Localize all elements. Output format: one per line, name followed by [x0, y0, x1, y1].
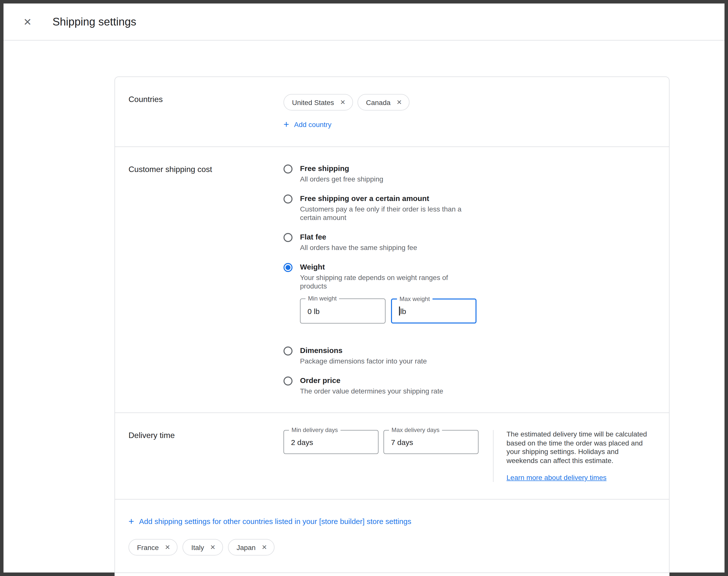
- option-description: Your shipping rate depends on weight ran…: [300, 273, 472, 290]
- min-delivery-days-field[interactable]: Min delivery days 2 days: [284, 430, 379, 454]
- max-weight-label: Max weight: [397, 295, 432, 303]
- max-delivery-days-value: 7 days: [391, 438, 413, 446]
- add-country-button[interactable]: + Add country: [284, 119, 331, 129]
- option-description: The order value determines your shipping…: [300, 387, 443, 396]
- option-description: All orders get free shipping: [300, 175, 383, 183]
- other-countries-section: + Add shipping settings for other countr…: [115, 499, 669, 573]
- max-weight-field[interactable]: Max weight lb: [391, 298, 476, 323]
- chip-label: Canada: [366, 98, 390, 106]
- remove-chip-icon[interactable]: ✕: [165, 544, 170, 550]
- dialog-frame: ✕ Shipping settings Countries United Sta…: [0, 0, 728, 576]
- add-other-countries-label: Add shipping settings for other countrie…: [139, 517, 411, 525]
- footer-actions: Save Back: [115, 573, 669, 576]
- radio-button[interactable]: [284, 233, 292, 242]
- radio-button[interactable]: [284, 195, 292, 203]
- add-country-label: Add country: [294, 120, 331, 128]
- chip-canada[interactable]: Canada ✕: [357, 94, 409, 111]
- option-title: Free shipping over a certain amount: [300, 194, 472, 202]
- other-countries-chips: France ✕ Italy ✕ Japan ✕: [128, 539, 656, 555]
- shipping-cost-section: Customer shipping cost Free shipping All…: [115, 146, 669, 412]
- max-delivery-days-label: Max delivery days: [389, 427, 442, 433]
- countries-label: Countries: [128, 94, 284, 129]
- remove-chip-icon[interactable]: ✕: [262, 544, 267, 550]
- min-delivery-days-label: Min delivery days: [289, 427, 340, 433]
- countries-chips: United States ✕ Canada ✕: [284, 94, 656, 111]
- countries-section: Countries United States ✕ Canada ✕ +: [115, 77, 669, 146]
- text-cursor: [399, 307, 400, 316]
- learn-more-link[interactable]: Learn more about delivery times: [506, 473, 607, 482]
- plus-icon: +: [284, 119, 289, 129]
- page-scale-wrapper: ✕ Shipping settings Countries United Sta…: [0, 0, 728, 576]
- plus-icon: +: [128, 517, 134, 526]
- delivery-note: The estimated delivery time will be calc…: [493, 430, 656, 482]
- max-weight-value: lb: [400, 307, 406, 315]
- option-order-price[interactable]: Order price The order value determines y…: [284, 376, 656, 396]
- chip-japan[interactable]: Japan ✕: [228, 539, 274, 555]
- option-description: Package dimensions factor into your rate: [300, 357, 427, 366]
- settings-card: Countries United States ✕ Canada ✕ +: [115, 77, 670, 576]
- chip-label: France: [137, 543, 159, 551]
- option-free-over-amount[interactable]: Free shipping over a certain amount Cust…: [284, 194, 656, 222]
- min-weight-field[interactable]: Min weight 0 lb: [300, 298, 385, 323]
- remove-chip-icon[interactable]: ✕: [340, 99, 346, 106]
- chip-france[interactable]: France ✕: [128, 539, 178, 555]
- radio-button[interactable]: [284, 376, 292, 385]
- chip-italy[interactable]: Italy ✕: [183, 539, 223, 555]
- delivery-time-section: Delivery time Min delivery days 2 days M…: [115, 412, 669, 499]
- option-flat-fee[interactable]: Flat fee All orders have the same shippi…: [284, 232, 656, 252]
- remove-chip-icon[interactable]: ✕: [397, 99, 402, 106]
- max-delivery-days-field[interactable]: Max delivery days 7 days: [383, 430, 478, 454]
- option-title: Weight: [300, 262, 476, 271]
- delivery-fields: Min delivery days 2 days Max delivery da…: [284, 430, 493, 482]
- chip-label: Italy: [191, 543, 204, 551]
- page-title: Shipping settings: [53, 15, 136, 28]
- radio-button[interactable]: [284, 346, 292, 355]
- min-weight-label: Min weight: [305, 295, 339, 302]
- option-description: Customers pay a fee only if their order …: [300, 205, 472, 222]
- add-other-countries-button[interactable]: + Add shipping settings for other countr…: [128, 517, 411, 526]
- delivery-time-label: Delivery time: [128, 430, 284, 482]
- min-weight-value: 0 lb: [308, 307, 320, 315]
- option-title: Order price: [300, 376, 443, 384]
- option-description: All orders have the same shipping fee: [300, 243, 417, 252]
- option-weight[interactable]: Weight Your shipping rate depends on wei…: [284, 262, 656, 336]
- radio-button[interactable]: [284, 165, 292, 173]
- option-title: Flat fee: [300, 232, 417, 241]
- remove-chip-icon[interactable]: ✕: [210, 544, 215, 550]
- option-title: Free shipping: [300, 164, 383, 173]
- chip-united-states[interactable]: United States ✕: [284, 94, 353, 111]
- option-dimensions[interactable]: Dimensions Package dimensions factor int…: [284, 346, 656, 366]
- option-title: Dimensions: [300, 346, 427, 354]
- chip-label: Japan: [236, 543, 256, 551]
- delivery-note-text: The estimated delivery time will be calc…: [506, 430, 651, 465]
- shipping-cost-label: Customer shipping cost: [128, 164, 284, 396]
- option-free-shipping[interactable]: Free shipping All orders get free shippi…: [284, 164, 656, 183]
- min-delivery-days-value: 2 days: [291, 438, 313, 446]
- radio-button-selected[interactable]: [284, 263, 292, 272]
- chip-label: United States: [292, 98, 334, 106]
- close-icon[interactable]: ✕: [21, 16, 34, 28]
- dialog-header: ✕ Shipping settings: [3, 3, 725, 40]
- weight-fields: Min weight 0 lb Max weight lb: [300, 298, 476, 323]
